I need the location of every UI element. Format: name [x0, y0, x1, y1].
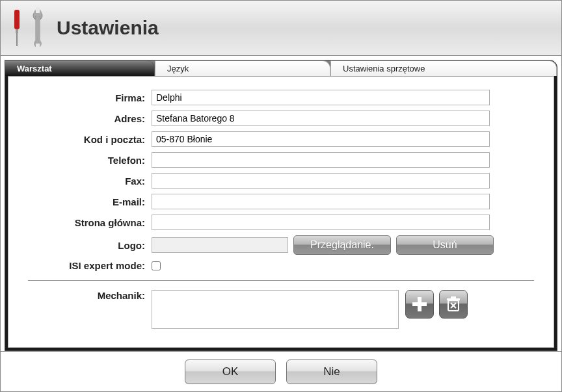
- input-strona[interactable]: [152, 215, 490, 230]
- label-logo: Logo:: [28, 240, 152, 251]
- checkbox-isi[interactable]: [152, 261, 161, 270]
- trash-icon: [445, 296, 462, 313]
- input-firma[interactable]: [152, 90, 490, 105]
- tab-container: Warsztat Język Ustawienia sprzętowe Firm…: [5, 60, 557, 351]
- svg-rect-0: [14, 10, 20, 29]
- tab-workshop[interactable]: Warsztat: [5, 60, 155, 76]
- label-telefon: Telefon:: [28, 155, 152, 166]
- label-fax: Fax:: [28, 176, 152, 187]
- svg-rect-4: [36, 7, 40, 13]
- label-email: E-mail:: [28, 196, 152, 207]
- input-logo: [152, 237, 288, 253]
- tab-label: Warsztat: [17, 64, 52, 73]
- svg-rect-11: [447, 298, 460, 300]
- header-tools-icon: [8, 7, 46, 49]
- svg-rect-7: [36, 44, 40, 49]
- label-adres: Adres:: [28, 113, 152, 124]
- dialog-footer: OK Nie: [1, 351, 561, 391]
- svg-rect-1: [16, 29, 18, 33]
- label-isi: ISI expert mode:: [28, 260, 152, 271]
- plus-icon: [410, 295, 429, 313]
- svg-rect-5: [36, 16, 40, 44]
- separator: [28, 280, 534, 281]
- wrench-icon: [29, 7, 46, 49]
- mechanik-listbox[interactable]: [152, 290, 399, 329]
- page-title: Ustawienia: [57, 17, 159, 39]
- window-header: Ustawienia: [1, 1, 561, 56]
- input-email[interactable]: [152, 194, 490, 209]
- label-kod: Kod i poczta:: [28, 134, 152, 145]
- label-mechanik: Mechanik:: [28, 290, 152, 301]
- tab-hardware[interactable]: Ustawienia sprzętowe: [330, 60, 557, 76]
- tab-label: Język: [167, 64, 189, 73]
- input-kod[interactable]: [152, 131, 490, 147]
- add-mechanik-button[interactable]: [405, 290, 434, 319]
- tab-label: Ustawienia sprzętowe: [343, 64, 425, 73]
- remove-mechanik-button[interactable]: [439, 290, 468, 319]
- delete-logo-button[interactable]: Usuń: [396, 235, 494, 255]
- input-fax[interactable]: [152, 173, 490, 189]
- cancel-button[interactable]: Nie: [286, 359, 377, 384]
- settings-window: Ustawienia Warsztat Język Ustawienia spr…: [0, 0, 562, 392]
- label-strona: Strona główna:: [28, 217, 152, 228]
- svg-rect-2: [16, 33, 18, 46]
- input-telefon[interactable]: [152, 152, 490, 168]
- screwdriver-icon: [8, 7, 25, 49]
- tab-language[interactable]: Język: [155, 60, 330, 76]
- browse-button[interactable]: Przeglądanie.: [293, 235, 391, 255]
- svg-rect-12: [451, 296, 456, 298]
- workshop-panel: Firma: Adres: Kod i poczta: Telefon: Fax…: [8, 76, 554, 348]
- input-adres[interactable]: [152, 111, 490, 126]
- ok-button[interactable]: OK: [185, 359, 276, 384]
- svg-rect-9: [412, 302, 427, 306]
- tab-bar: Warsztat Język Ustawienia sprzętowe: [5, 60, 557, 76]
- label-firma: Firma:: [28, 92, 152, 103]
